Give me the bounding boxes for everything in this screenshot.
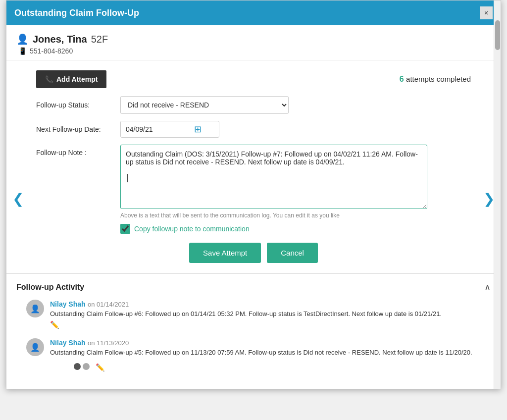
activity-item: 👤 Nilay Shah on 01/14/2021 Outstanding C… (16, 300, 491, 329)
close-button[interactable]: × (480, 6, 493, 19)
phone-add-icon: 📞 (45, 75, 53, 83)
avatar: 👤 (26, 300, 44, 317)
collapse-icon[interactable]: ∧ (484, 282, 491, 293)
next-date-label: Next Follow-up Date: (36, 125, 120, 133)
form-button-row: Save Attempt Cancel (36, 243, 471, 263)
activity-user-line: Nilay Shah on 01/14/2021 (50, 300, 491, 309)
next-date-input[interactable] (121, 121, 190, 137)
activity-user: Nilay Shah (50, 339, 86, 347)
toggle-dots: ✏️ (74, 361, 491, 372)
next-date-row: Next Follow-up Date: ⊞ (36, 121, 471, 138)
patient-icon: 👤 (16, 33, 29, 45)
add-attempt-button[interactable]: 📞 Add Attempt (36, 70, 106, 88)
followup-note-row: Follow-up Note : Outstanding Claim (DOS:… (36, 145, 471, 209)
textarea-hint: Above is a text that will be sent to the… (120, 212, 471, 219)
dot-active (74, 363, 81, 370)
nav-right-arrow[interactable]: ❯ (479, 187, 499, 211)
avatar: 👤 (26, 338, 44, 356)
scrollbar-thumb (495, 20, 500, 50)
save-attempt-button[interactable]: Save Attempt (189, 243, 261, 263)
activity-content: Nilay Shah on 01/14/2021 Outstanding Cla… (50, 300, 491, 329)
activity-header: Follow-up Activity ∧ (16, 282, 491, 293)
cancel-button[interactable]: Cancel (267, 243, 318, 263)
activity-text: Outstanding Claim Follow-up #6: Followed… (50, 310, 491, 318)
form-section: 📞 Add Attempt 6 attempts completed Follo… (6, 60, 501, 274)
activity-user: Nilay Shah (50, 300, 86, 308)
activity-user-line: Nilay Shah on 11/13/2020 (50, 338, 491, 347)
date-input-wrapper: ⊞ (120, 121, 219, 138)
avatar-icon: 👤 (30, 304, 40, 314)
copy-checkbox-row: Copy followup note to communication (120, 224, 471, 234)
edit-icon[interactable]: ✏️ (96, 363, 105, 372)
patient-section: 👤 Jones, Tina 52F 📱 551-804-8260 (6, 25, 501, 60)
patient-full-name: Jones, Tina (33, 34, 87, 45)
followup-note-textarea[interactable]: Outstanding Claim (DOS: 3/15/2021) Follo… (120, 145, 427, 209)
followup-status-label: Follow-up Status: (36, 101, 120, 109)
calendar-icon[interactable]: ⊞ (190, 122, 205, 137)
patient-age: 52F (91, 34, 108, 45)
followup-status-row: Follow-up Status: Did not receive - RESE… (36, 96, 471, 114)
followup-status-select[interactable]: Did not receive - RESEND Received Left v… (120, 96, 289, 114)
dot-inactive (83, 363, 90, 370)
followup-note-label: Follow-up Note : (36, 145, 120, 157)
copy-checkbox[interactable] (120, 224, 130, 234)
edit-icon[interactable]: ✏️ (50, 320, 491, 329)
phone-icon: 📱 (18, 47, 27, 55)
copy-label: Copy followup note to communication (134, 225, 250, 233)
modal-header: Outstanding Claim Follow-Up × (6, 0, 501, 25)
activity-text: Outstanding Claim Follow-up #5: Followed… (50, 348, 491, 357)
patient-phone: 📱 551-804-8260 (18, 47, 491, 55)
activity-content: Nilay Shah on 11/13/2020 Outstanding Cla… (50, 338, 491, 372)
activity-section: Follow-up Activity ∧ 👤 Nilay Shah on 01/… (6, 274, 501, 389)
activity-item: 👤 Nilay Shah on 11/13/2020 Outstanding C… (16, 338, 491, 372)
attempts-completed: 6 attempts completed (400, 75, 471, 84)
avatar-icon: 👤 (30, 343, 40, 352)
activity-title: Follow-up Activity (16, 283, 84, 292)
nav-left-arrow[interactable]: ❮ (8, 187, 28, 211)
activity-date: on 11/13/2020 (88, 339, 129, 347)
activity-date: on 01/14/2021 (88, 301, 129, 308)
modal-title: Outstanding Claim Follow-Up (14, 8, 139, 18)
form-header-row: 📞 Add Attempt 6 attempts completed (36, 70, 471, 88)
patient-name: 👤 Jones, Tina 52F (16, 33, 491, 45)
